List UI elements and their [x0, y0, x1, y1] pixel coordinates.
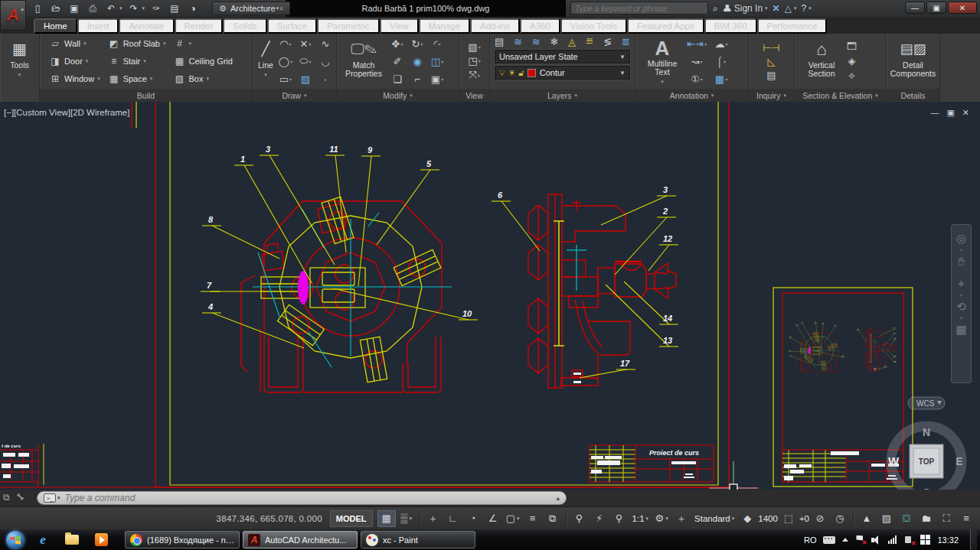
showmotion-icon[interactable]: ▦ [956, 324, 966, 335]
properties-icon[interactable]: ◑ [186, 2, 200, 15]
view-cube[interactable]: N E S W TOP [888, 426, 963, 490]
erase-icon[interactable]: ✐ [394, 56, 402, 67]
base-view-icon[interactable]: ◳▾ [468, 55, 480, 67]
application-menu-button[interactable]: A ▾ [0, 0, 26, 31]
ribbon-tab[interactable]: Add-ins [470, 18, 520, 34]
workspace-selector[interactable]: ⚙ Architecture ▾ ≡ [212, 2, 290, 15]
plot-icon[interactable]: ⎙ [86, 2, 100, 15]
annotation-monitor-icon[interactable]: ＋ [672, 510, 691, 527]
hatch-icon[interactable]: ▨ [301, 73, 310, 85]
media-player-icon[interactable] [89, 530, 113, 549]
clean-screen-icon[interactable]: ⧉ [3, 492, 10, 503]
fullscreen-icon[interactable]: ⛶ [937, 510, 956, 527]
layer-unlock-icon[interactable]: 🔓︎ [519, 68, 524, 78]
space-button[interactable]: ▦Space▾ [108, 70, 166, 87]
build-panel-title[interactable]: Build [40, 89, 252, 102]
redo-icon[interactable]: ↷ [127, 2, 141, 15]
layers-panel-title[interactable]: Layers▾ [490, 89, 635, 102]
model-space-button[interactable]: MODEL [330, 510, 373, 527]
table-icon[interactable]: ▦▾ [715, 73, 727, 85]
circle-icon[interactable]: ◯▾ [279, 56, 293, 67]
clock[interactable]: 13:32 [937, 535, 959, 545]
volume-icon[interactable] [871, 535, 881, 545]
leader-icon[interactable]: ↝▾ [691, 56, 703, 67]
layer-lock-icon[interactable]: ≝ [586, 36, 594, 47]
current-standard-selector[interactable]: Standard▾ [692, 510, 737, 527]
action-center-icon[interactable] [855, 535, 864, 545]
power-status-icon[interactable] [903, 535, 913, 545]
inquiry-panel-title[interactable]: Inquiry▾ [749, 89, 794, 102]
section-status-icon[interactable]: ⛋ [897, 510, 916, 527]
ortho-mode-icon[interactable]: ∟ [444, 510, 462, 527]
stair-button[interactable]: ≡Stair▾ [108, 53, 166, 70]
column-grid-button[interactable]: #▾ [173, 35, 232, 52]
ribbon-tab[interactable]: Surface [267, 18, 318, 34]
object-snap-icon[interactable]: ▢▾ [504, 510, 522, 527]
rotate-icon[interactable]: ↻▾ [412, 38, 423, 50]
window-button[interactable]: ⊞Window▾ [49, 70, 100, 87]
show-hidden-icons-button[interactable] [842, 538, 848, 542]
open-file-icon[interactable]: 🗁 [49, 2, 63, 15]
wcs-menu[interactable]: WCS [908, 397, 945, 409]
display-config-value[interactable]: 1400 [758, 514, 778, 523]
layer-on-icon[interactable]: ≋ [514, 36, 522, 47]
box-button[interactable]: ▧Box▾ [173, 70, 232, 87]
customize-status-icon[interactable]: ≡ [957, 510, 975, 527]
ribbon-tab[interactable]: Parametric [317, 18, 380, 34]
callout-icon[interactable]: ①▾ [691, 73, 703, 85]
orbit-icon[interactable]: ⟲ [956, 301, 966, 312]
viewport-label[interactable]: [−][Custom View][2D Wireframe] [4, 108, 129, 117]
layer-isolate-icon[interactable]: ❄ [550, 36, 558, 47]
drawing-minimize-button[interactable]: — [930, 108, 939, 118]
layer-walk-icon[interactable]: ≶ [603, 36, 612, 47]
polyline-icon[interactable]: ◠▾ [279, 38, 291, 50]
annotation-visibility-icon[interactable]: ⚲ [570, 510, 589, 527]
start-button[interactable] [2, 530, 28, 549]
wall-button[interactable]: ▱Wall▾ [49, 35, 100, 52]
line-button[interactable]: ╱ Line ▾ [256, 35, 276, 87]
taskbar-button[interactable]: xc - Paint [361, 531, 475, 548]
revision-cloud-icon[interactable]: ☁▾ [714, 38, 727, 50]
dimension-icon[interactable]: ⇤⇥▾ [687, 38, 707, 50]
annotation-panel-title[interactable]: Annotation▾ [635, 89, 748, 102]
layer-color-swatch[interactable] [528, 69, 536, 77]
section-panel-title[interactable]: Section & Elevation▾ [795, 89, 886, 102]
isodraft-icon[interactable]: ∠ [484, 510, 502, 527]
ceiling-grid-button[interactable]: ▦Ceiling Grid [173, 53, 232, 70]
layer-state-dropdown[interactable]: Unsaved Layer State ▼ [495, 50, 630, 63]
ribbon-tab[interactable]: Insert [77, 18, 119, 34]
search-icon[interactable]: ⌕ [713, 3, 718, 14]
array-icon[interactable]: ▣▾ [431, 73, 443, 85]
snap-mode-icon[interactable]: ▒▾ [397, 510, 416, 527]
autoscale-icon[interactable]: ⚡︎ [590, 510, 609, 527]
internet-explorer-icon[interactable]: e [31, 530, 55, 549]
new-file-icon[interactable]: ▯ [31, 2, 44, 15]
move-icon[interactable]: ✥▾ [392, 38, 403, 50]
cut-plane-icon[interactable]: ⬚ [779, 510, 798, 527]
ribbon-tab[interactable]: Featured Apps [627, 18, 704, 34]
trim-icon[interactable]: ⌐ [414, 73, 420, 85]
taskbar-button[interactable]: (1689) Входящие - ni... [125, 531, 240, 548]
grid-display-icon[interactable]: ▦ [377, 510, 396, 527]
ribbon-tab[interactable]: BIM 360 [704, 18, 757, 34]
restore-button[interactable]: ▣ [926, 2, 946, 14]
tools-button[interactable]: ▦ Tools ▾ [8, 35, 31, 87]
offset-icon[interactable]: ❏ [393, 73, 402, 85]
view-panel-title[interactable]: View [459, 89, 489, 102]
ribbon-tab[interactable]: Solids [223, 18, 266, 34]
command-input[interactable] [65, 493, 557, 503]
measure-area-icon[interactable]: ◺ [768, 56, 776, 67]
get-windows10-icon[interactable] [920, 535, 930, 545]
section-line-icon[interactable]: ⟡ [848, 70, 855, 82]
dynamic-input-icon[interactable]: ＋ [424, 510, 443, 527]
command-history-icon[interactable]: ▴ [556, 494, 560, 502]
taskbar-button[interactable]: AutoCAD Architectu... [243, 531, 358, 548]
time-icon[interactable]: ◷ [831, 510, 849, 527]
graphics-performance-icon[interactable]: ▲ [858, 510, 876, 527]
fillet-icon[interactable]: ◜▾ [433, 38, 440, 50]
view-cube-icon[interactable]: ▧▾ [468, 41, 480, 53]
a360-icon[interactable]: △▾ [785, 3, 797, 14]
ellipse-icon[interactable]: ⬭▾ [299, 55, 311, 67]
save-icon[interactable]: ▣ [67, 2, 81, 15]
detail-components-button[interactable]: ▤▨ Detail Components [887, 35, 939, 87]
